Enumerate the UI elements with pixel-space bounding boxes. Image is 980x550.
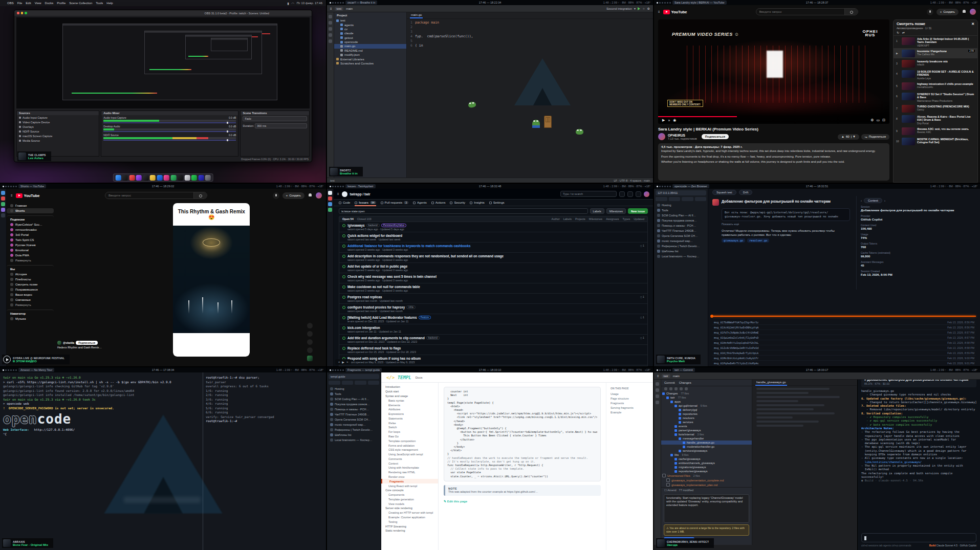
browser-tab[interactable]: ЧатГПТ Платные 249GB… — [656, 228, 706, 233]
changed-file-row[interactable]: resolvers — [661, 416, 752, 420]
miniplayer-icon[interactable]: ▭ — [877, 118, 880, 122]
issues-filter-input[interactable] — [339, 208, 588, 214]
issue-row[interactable]: kick.com intergration satont opened on J… — [339, 324, 647, 335]
audio-meter[interactable]: Audio Input Capture0.0 dB — [101, 115, 238, 124]
docs-nav-item[interactable]: Core concepts — [381, 488, 438, 493]
ide-left-rail[interactable] — [654, 380, 661, 545]
changed-file-row[interactable]: repositories — [661, 412, 752, 416]
workspace-dots[interactable] — [657, 369, 671, 371]
issue-row[interactable]: [Waiting twitch] Add Lead Moderator feat… — [339, 314, 647, 324]
workspace-dots[interactable] — [657, 2, 671, 4]
item-title[interactable]: 19 BOILER ROOM SET - AURELIE COULN & FRI… — [917, 70, 975, 77]
docs-nav-item[interactable]: For loops — [381, 430, 438, 434]
issue-row[interactable]: Additional !balance for !cashkeano in ke… — [339, 243, 647, 253]
docs-nav-item[interactable]: Expressions — [381, 412, 438, 416]
video-thumbnail[interactable] — [902, 127, 915, 135]
session-tab[interactable]: Squash test — [712, 190, 736, 195]
sidebar-item[interactable]: Подписки — [7, 215, 54, 222]
issue-title[interactable]: !giveaways — [347, 224, 365, 227]
transition-select[interactable]: Fade — [243, 116, 307, 121]
docs-nav-item[interactable]: Fragments — [381, 479, 438, 483]
commit-toolbar-icons[interactable] — [661, 386, 752, 391]
changed-file-row[interactable]: parser/giveaways — [661, 428, 752, 432]
video-thumbnail[interactable] — [902, 50, 915, 57]
changed-file-row[interactable]: libs9 files — [661, 453, 752, 457]
sidebar-item[interactable]: Скачанные — [7, 297, 54, 302]
menu-item[interactable]: Profile — [57, 2, 66, 5]
changed-file-row[interactable]: handle_giveaways.go — [661, 441, 752, 445]
docs-nav-item[interactable]: If/else — [381, 421, 438, 425]
search-icon[interactable] — [193, 192, 207, 199]
browser-tab[interactable]: Референсы | Twitch Develo… — [656, 244, 706, 249]
changed-file-row[interactable]: entities/channels_giveaways — [661, 461, 752, 465]
playlist-item[interactable]: 10 MOSTIK CARNAL MIDNIGHT (Bricklaus, Co… — [894, 136, 977, 146]
video-thumbnail[interactable] — [902, 138, 915, 145]
video-thumbnail[interactable] — [902, 93, 915, 100]
item-title[interactable]: Alcryn, Raaona & Kairo - Bass Portal Liv… — [917, 115, 975, 122]
repo-tab[interactable]: Security — [450, 200, 465, 206]
clock[interactable]: Пт 13 февр. 17:46 — [297, 2, 322, 5]
notifications-icon[interactable] — [962, 9, 967, 14]
source-row[interactable]: Overlays — [17, 124, 99, 129]
toc-item[interactable]: Page structure — [611, 396, 649, 401]
editor-area[interactable]: main.go 1package main234fyp. cmd(parseSl… — [407, 12, 653, 178]
volume-icon[interactable]: ◉ — [673, 118, 676, 122]
obs-titlebar[interactable]: OBS 31.1.0 beta2 - Profile: twitch - Sce… — [14, 10, 312, 16]
issue-row[interactable]: configure trusted proxies for haproxyinf… — [339, 304, 647, 314]
docs-nav-item[interactable]: Creating an HTTP server with templ — [381, 511, 438, 515]
code-block[interactable]: counter int Next int}templ Page(state Pa… — [444, 387, 601, 481]
browser-tab[interactable]: SCM Coding Plan — AI fl… — [656, 213, 706, 218]
mic-icon[interactable] — [273, 192, 279, 199]
volume-slider[interactable] — [103, 131, 236, 132]
browser-tab[interactable]: Покупка продажа скинов… — [656, 218, 706, 223]
message-row[interactable]: msg_01Pq6wEeRrTtYyUuIiOoPpAsFeb 13, 2026… — [712, 361, 976, 365]
fullscreen-icon[interactable]: ⊡ — [882, 118, 885, 122]
channel-name[interactable]: OPHEIRUS — [668, 134, 697, 137]
show-more-link[interactable]: Показать ещё — [722, 223, 850, 226]
docs-nav-item[interactable]: Using React with templ — [381, 483, 438, 488]
issue-title[interactable]: Additional !balance for !cashkeano in ke… — [347, 244, 470, 248]
workspace-dots[interactable] — [330, 186, 344, 187]
subscribe-button[interactable]: Подписаться — [76, 341, 98, 345]
issue-title[interactable]: Postgres read replicas — [347, 295, 382, 299]
issue-row[interactable]: Respond with song album if song has no a… — [339, 355, 647, 365]
dislike-icon[interactable] — [307, 331, 313, 337]
issue-label[interactable]: backend — [366, 224, 380, 227]
playlist-item[interactable]: 6 SYNERGY DJ Set // "Studio Session" | D… — [894, 91, 977, 103]
changed-file-row[interactable]: twir77 files — [661, 395, 752, 400]
subscribe-button[interactable]: Подписаться — [702, 134, 729, 139]
changed-file-row[interactable]: delivery/gql — [661, 408, 752, 412]
search-icon[interactable]: ○ — [643, 7, 645, 10]
closed-filter[interactable]: Closed 103 — [357, 217, 372, 221]
sort-dropdown[interactable]: Projects — [575, 217, 585, 221]
browser-tab[interactable]: Local brainstorm — Хоспер… — [329, 437, 379, 443]
browser-tab[interactable]: Референсы | Twitch Develo… — [329, 427, 379, 432]
project-chip[interactable]: twir — [662, 374, 670, 378]
audio-meter[interactable]: NDI® Source0.0 dB — [101, 133, 238, 141]
toc-item[interactable]: Example — [611, 410, 649, 414]
browser-tab[interactable]: ЧатГПТ Платные 249GB… — [329, 412, 379, 417]
issue-row[interactable]: Postgres read replicas satont opened las… — [339, 294, 647, 304]
tree-row[interactable]: README.md — [334, 49, 406, 53]
comment-count[interactable]: 1 — [640, 316, 644, 319]
docs-nav-item[interactable]: Switch — [381, 425, 438, 430]
video-thumbnail[interactable] — [902, 82, 915, 90]
obs-preview[interactable] — [16, 17, 310, 108]
sidebar-item[interactable]: Вы — [7, 265, 54, 272]
message-row[interactable]: msg_01XcKQ2mVjRtSwEnDBhLpYqAFeb 13, 2026… — [712, 325, 976, 330]
sidebar-buttons[interactable] — [656, 197, 706, 201]
author-handle[interactable]: @skeiila — [63, 341, 74, 344]
source-row[interactable]: macOS Screen Capture — [17, 134, 99, 138]
browser-tab-rail[interactable] — [0, 189, 7, 366]
wifi-icon[interactable]: ◠ — [292, 2, 294, 5]
playlist-item[interactable]: 5 highway intoxication // chills prozz e… — [894, 81, 977, 91]
sort-dropdown[interactable]: Types — [623, 217, 630, 221]
search-input[interactable] — [105, 194, 193, 197]
sidebar-item[interactable]: Главная — [7, 203, 54, 208]
menu-item[interactable]: Help — [106, 2, 113, 5]
docs-nav-item[interactable]: Components — [381, 493, 438, 497]
item-title[interactable]: heavenly breakcore mix — [917, 60, 948, 63]
changed-file-row[interactable]: services — [661, 420, 752, 424]
shorts-player[interactable]: This Rhythm & Gash Remix 😍 — [173, 203, 250, 357]
commit-tab[interactable]: Changes — [679, 381, 691, 384]
